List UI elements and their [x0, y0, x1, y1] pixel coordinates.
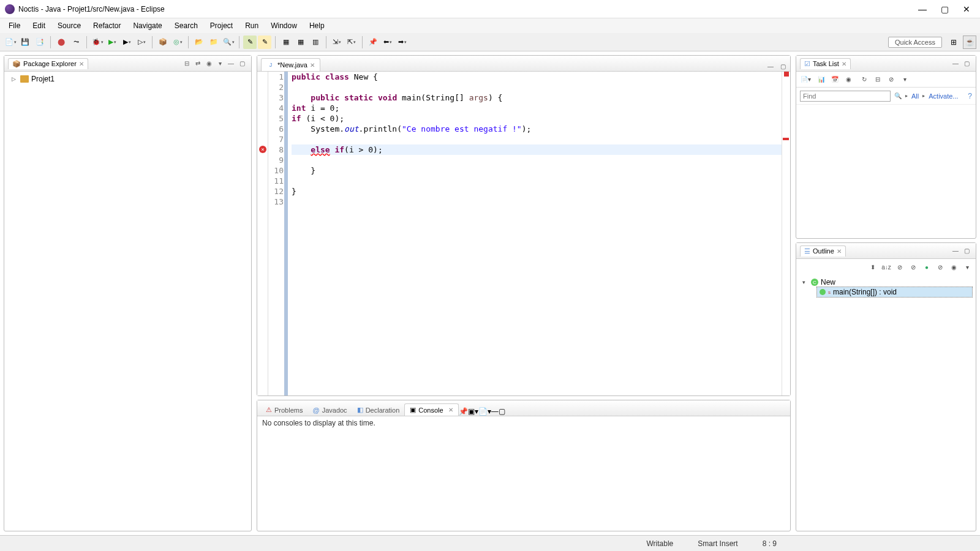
menu-refactor[interactable]: Refactor — [87, 20, 127, 32]
outline-tab[interactable]: ☰ Outline ✕ — [800, 246, 846, 257]
menu-window[interactable]: Window — [265, 20, 303, 32]
minimize-icon[interactable]: — — [766, 61, 775, 71]
menu-project[interactable]: Project — [204, 20, 239, 32]
focus-task-icon[interactable]: ◉ — [843, 74, 854, 85]
coverage-icon[interactable]: ▶▾ — [120, 36, 134, 49]
hide-static-icon[interactable]: ⊘ — [908, 262, 918, 272]
focus-icon[interactable]: ◉ — [949, 262, 959, 272]
link-editor-icon[interactable]: ⇄ — [192, 58, 203, 69]
sort-icon[interactable]: ⬍ — [868, 262, 878, 272]
minimize-icon[interactable]: — — [225, 58, 236, 69]
save-all-icon[interactable]: 📑 — [33, 36, 47, 49]
problems-tab[interactable]: ⚠Problems — [261, 404, 307, 416]
close-icon[interactable]: ✕ — [837, 248, 842, 255]
javadoc-tab[interactable]: @Javadoc — [307, 405, 352, 416]
menu-search[interactable]: Search — [168, 20, 204, 32]
task-list-tab[interactable]: ☑ Task List ✕ — [800, 58, 851, 69]
toggle1-icon[interactable]: ✎ — [243, 36, 257, 49]
hide-fields-icon[interactable]: ⊘ — [895, 262, 905, 272]
minimize-icon[interactable]: — — [950, 246, 961, 257]
menu-file[interactable]: File — [2, 20, 26, 32]
display-console-icon[interactable]: ▣▾ — [468, 407, 478, 416]
menubar: File Edit Source Refactor Navigate Searc… — [0, 18, 980, 33]
all-link[interactable]: All — [911, 92, 919, 100]
sync-icon[interactable]: ↻ — [859, 74, 870, 85]
view-menu-icon[interactable]: ▾ — [214, 58, 225, 69]
minimize-icon[interactable]: — — [950, 58, 961, 69]
debug-icon[interactable]: 🐞▾ — [91, 36, 104, 49]
new-task-icon[interactable]: 📄▾ — [800, 74, 811, 85]
view-menu-icon[interactable]: ▾ — [962, 262, 972, 272]
hide-icon[interactable]: ⊘ — [886, 74, 897, 85]
open-console-icon[interactable]: 📄▾ — [478, 407, 491, 416]
close-icon[interactable]: ✕ — [448, 407, 453, 413]
menu-help[interactable]: Help — [303, 20, 331, 32]
search-icon[interactable]: 🔍▾ — [222, 36, 235, 49]
editor-content[interactable]: × 12345678910111213 public class New { p… — [257, 72, 790, 395]
close-button[interactable]: ✕ — [960, 4, 973, 14]
skip-bp-icon[interactable]: ⤳ — [69, 36, 83, 49]
column2-icon[interactable]: ▦ — [294, 36, 307, 49]
minimize-icon[interactable]: — — [491, 407, 499, 416]
package-explorer-tab[interactable]: 📦 Package Explorer ✕ — [8, 58, 88, 69]
close-icon[interactable]: ✕ — [310, 62, 315, 69]
run-icon[interactable]: ▶▾ — [105, 36, 119, 49]
run-last-icon[interactable]: ▷▾ — [135, 36, 148, 49]
quick-access-input[interactable]: Quick Access — [888, 37, 942, 48]
outline-class[interactable]: ▾ C New — [800, 277, 972, 287]
column1-icon[interactable]: ▦ — [279, 36, 293, 49]
menu-navigate[interactable]: Navigate — [127, 20, 168, 32]
toggle2-icon[interactable]: ✎ — [258, 36, 271, 49]
new-class-icon[interactable]: ◎▾ — [171, 36, 184, 49]
outline-method[interactable]: s main(String[]) : void — [817, 287, 972, 297]
maximize-icon[interactable]: ▢ — [499, 407, 505, 416]
help-icon[interactable]: ? — [968, 92, 972, 100]
az-icon[interactable]: a↓z — [881, 262, 891, 272]
close-icon[interactable]: ✕ — [79, 61, 84, 67]
find-input[interactable] — [800, 91, 891, 102]
console-view: ⚠Problems @Javadoc ◧Declaration ▣Console… — [257, 400, 791, 531]
declaration-tab[interactable]: ◧Declaration — [352, 404, 405, 416]
outdent-icon[interactable]: ⇱▾ — [345, 36, 358, 49]
maximize-icon[interactable]: ▢ — [961, 58, 972, 69]
pin-console-icon[interactable]: 📌 — [459, 407, 468, 416]
save-icon[interactable]: 💾 — [18, 36, 32, 49]
maximize-icon[interactable]: ▢ — [961, 246, 972, 257]
view-menu-icon[interactable]: ▾ — [899, 74, 910, 85]
project-item[interactable]: ▷ Projet1 — [7, 74, 249, 84]
open-perspective-icon[interactable]: ⊞ — [947, 36, 960, 49]
expand-arrow-icon[interactable]: ▾ — [802, 279, 809, 285]
maximize-icon[interactable]: ▢ — [778, 61, 788, 71]
eclipse-icon — [5, 4, 15, 14]
maximize-icon[interactable]: ▢ — [236, 58, 247, 69]
menu-run[interactable]: Run — [239, 20, 265, 32]
maximize-button[interactable]: ▢ — [938, 4, 951, 14]
editor-tab[interactable]: J *New.java ✕ — [261, 58, 320, 71]
open-task-icon[interactable]: 📁 — [207, 36, 221, 49]
collapse-all-icon[interactable]: ⊟ — [181, 58, 192, 69]
menu-edit[interactable]: Edit — [26, 20, 51, 32]
forward-icon[interactable]: ➡▾ — [396, 36, 409, 49]
indent-icon[interactable]: ⇲▾ — [330, 36, 344, 49]
new-package-icon[interactable]: 📦 — [156, 36, 170, 49]
schedule-icon[interactable]: 📅 — [829, 74, 840, 85]
menu-source[interactable]: Source — [51, 20, 87, 32]
close-icon[interactable]: ✕ — [842, 61, 846, 67]
debug-bp-icon[interactable]: ⬤ — [55, 36, 68, 49]
console-tab[interactable]: ▣Console✕ — [404, 403, 458, 416]
collapse-icon[interactable]: ⊟ — [872, 74, 883, 85]
column3-icon[interactable]: ▥ — [309, 36, 322, 49]
categorize-icon[interactable]: 📊 — [816, 74, 827, 85]
expand-arrow-icon[interactable]: ▷ — [12, 76, 18, 82]
focus-icon[interactable]: ◉ — [203, 58, 214, 69]
hide-nonpublic-icon[interactable]: ● — [922, 262, 932, 272]
statusbar: Writable Smart Insert 8 : 9 — [0, 535, 980, 551]
hide-local-icon[interactable]: ⊘ — [935, 262, 945, 272]
minimize-button[interactable]: — — [916, 4, 929, 14]
pin-icon[interactable]: 📌 — [366, 36, 380, 49]
new-icon[interactable]: 📄▾ — [4, 36, 17, 49]
activate-link[interactable]: Activate... — [929, 92, 958, 100]
java-perspective-icon[interactable]: ☕ — [963, 36, 976, 49]
back-icon[interactable]: ⬅▾ — [381, 36, 394, 49]
open-type-icon[interactable]: 📂 — [192, 36, 206, 49]
